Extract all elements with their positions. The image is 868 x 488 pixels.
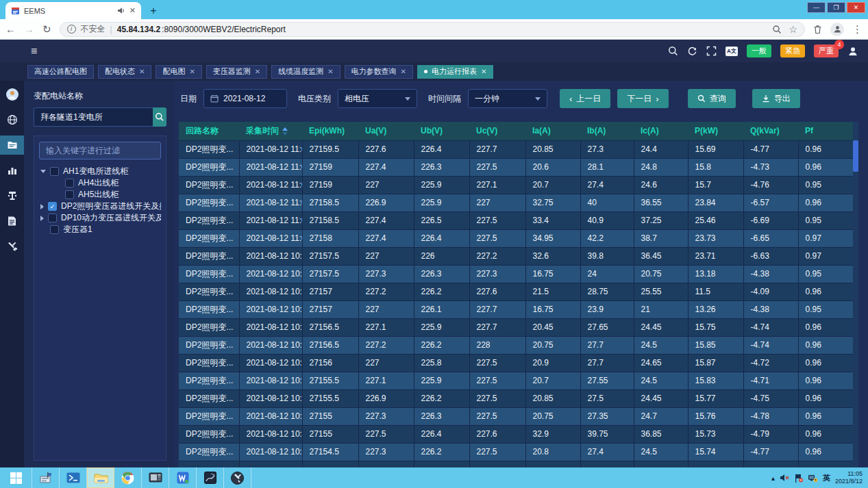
table-row[interactable]: DP2照明变...2021-08-12 10:5927157.522722622…: [179, 247, 853, 265]
tree-checkbox[interactable]: ✓: [48, 202, 57, 211]
previous-day-button[interactable]: ‹ 上一日: [560, 89, 610, 108]
powershell-icon[interactable]: [60, 467, 87, 488]
column-header[interactable]: P(kW): [688, 122, 743, 140]
vertical-scrollbar[interactable]: [853, 122, 858, 467]
file-explorer-icon[interactable]: [87, 467, 114, 488]
tab-close-icon[interactable]: ✕: [129, 6, 136, 15]
tab-close-icon[interactable]: ✕: [189, 68, 195, 75]
voltage-type-select[interactable]: 相电压: [338, 89, 417, 108]
alarm-badge-severe[interactable]: 严重 4: [814, 44, 839, 57]
hamburger-menu-icon[interactable]: ≡: [31, 45, 37, 57]
page-tab[interactable]: 线缆温度监测✕: [271, 65, 340, 79]
volume-muted-icon[interactable]: [780, 474, 789, 482]
tree-expand-icon[interactable]: [40, 204, 44, 209]
column-header[interactable]: Ib(A): [580, 122, 634, 140]
rail-report-icon[interactable]: [0, 136, 24, 155]
tree-filter-input[interactable]: [39, 142, 161, 159]
ime-language-badge[interactable]: 英: [823, 473, 830, 483]
table-row[interactable]: DP2照明变...2021-08-12 10:5027155227.3226.3…: [179, 407, 853, 425]
column-header[interactable]: 采集时间: [239, 122, 302, 140]
bookmark-star-icon[interactable]: ☆: [789, 25, 797, 34]
column-header[interactable]: Uc(V): [469, 122, 525, 140]
page-tab[interactable]: 电力参数查询✕: [345, 65, 413, 79]
back-icon[interactable]: ←: [5, 24, 16, 34]
table-row[interactable]: DP2照明变...2021-08-12 10:5827157.5227.3226…: [179, 265, 853, 283]
forward-icon[interactable]: →: [24, 24, 34, 34]
chrome-icon[interactable]: [114, 467, 142, 488]
wps-icon[interactable]: [169, 467, 197, 488]
tab-close-icon[interactable]: ✕: [481, 68, 486, 75]
table-row[interactable]: DP2照明变...2021-08-12 10:4827154.5227.3226…: [179, 443, 853, 461]
table-row[interactable]: DP2照明变...2021-08-12 10:5727157227.2226.2…: [179, 283, 853, 300]
tree-item[interactable]: AH5出线柜: [39, 189, 161, 201]
column-header[interactable]: Ub(V): [414, 122, 469, 140]
query-button[interactable]: 查询: [688, 89, 736, 108]
alarm-badge-urgent[interactable]: 紧急: [780, 44, 805, 57]
column-header[interactable]: 回路名称: [179, 122, 239, 140]
table-row[interactable]: DP2照明变...2021-08-12 10:5327156227225.822…: [179, 354, 853, 372]
refresh-icon[interactable]: [687, 46, 697, 56]
page-tab[interactable]: 变压器监测✕: [206, 65, 267, 79]
next-day-button[interactable]: 下一日 ›: [617, 89, 668, 108]
interval-select[interactable]: 一分钟: [468, 89, 547, 108]
table-row[interactable]: DP2照明变...2021-08-12 10:5127155.5226.9226…: [179, 389, 853, 407]
tab-close-icon[interactable]: ✕: [139, 68, 145, 75]
page-tab[interactable]: 高速公路配电图: [27, 65, 94, 79]
header-search-icon[interactable]: [668, 46, 678, 56]
tools-icon[interactable]: [0, 237, 24, 256]
column-header[interactable]: Q(kVar): [743, 122, 798, 140]
reload-icon[interactable]: ↻: [42, 24, 51, 34]
column-header[interactable]: Ua(V): [358, 122, 414, 140]
page-info-icon[interactable]: i: [67, 25, 76, 34]
tab-close-icon[interactable]: ✕: [327, 68, 333, 75]
document-icon[interactable]: [0, 211, 24, 231]
table-row[interactable]: DP2照明变...2021-08-12 10:4927155227.5226.4…: [179, 425, 853, 443]
new-tab-button[interactable]: +: [145, 3, 162, 19]
tab-audio-icon[interactable]: [117, 7, 125, 14]
minimize-button[interactable]: —: [807, 2, 826, 13]
table-row[interactable]: DP2照明变...2021-08-12 10:5527156.5227.1225…: [179, 318, 853, 336]
close-button[interactable]: ✕: [847, 2, 865, 13]
admin-tools-icon[interactable]: [224, 467, 251, 488]
table-row[interactable]: DP2照明变...2021-08-12 10:5427156.5227.2226…: [179, 336, 853, 354]
table-row[interactable]: DP2照明变...2021-08-12 11:0327159227225.922…: [179, 176, 853, 194]
table-row[interactable]: DP2照明变...2021-08-12 10:5227155.5227.1225…: [179, 372, 853, 389]
page-tab[interactable]: 配电状态✕: [98, 65, 151, 79]
network-icon[interactable]: [808, 474, 818, 483]
date-input[interactable]: 2021-08-12: [203, 89, 287, 108]
page-tab[interactable]: 配电图✕: [156, 65, 201, 79]
tree-checkbox[interactable]: [50, 225, 59, 234]
tree-expand-icon[interactable]: [40, 216, 44, 221]
user-icon[interactable]: [847, 46, 858, 57]
tree-expand-icon[interactable]: [40, 170, 46, 173]
table-row[interactable]: DP2照明变...2021-08-12 11:0127158.5227.4226…: [179, 211, 853, 229]
start-button[interactable]: [0, 467, 32, 488]
device-icon[interactable]: [0, 186, 24, 205]
tree-checkbox[interactable]: [65, 190, 74, 199]
maximize-button[interactable]: ❐: [827, 2, 845, 13]
alarm-badge-normal[interactable]: 一般: [747, 44, 771, 57]
action-center-flag-icon[interactable]: [794, 474, 803, 483]
tab-close-icon[interactable]: ✕: [401, 68, 406, 75]
globe-icon[interactable]: [0, 110, 24, 129]
address-bar[interactable]: i 不安全 | 45.84.134.2 :8090/3000WEBV2/Elec…: [60, 22, 805, 37]
page-tab[interactable]: 电力运行报表✕: [417, 65, 493, 79]
translate-icon[interactable]: A文: [726, 47, 738, 56]
tree-item[interactable]: DP10动力变压器进线开关及控制室: [39, 212, 161, 224]
table-row[interactable]: DP2照明变...2021-08-12 11:0427159227.4226.3…: [179, 158, 853, 176]
browser-profile-avatar[interactable]: [830, 23, 844, 36]
browser-tab[interactable]: EEMS ✕: [5, 2, 141, 19]
table-row[interactable]: DP2照明变...2021-08-12 11:0527159.5227.6226…: [179, 140, 853, 158]
server-manager-icon[interactable]: [32, 467, 60, 488]
column-header[interactable]: Ic(A): [634, 122, 688, 140]
column-header[interactable]: Epi(kWh): [302, 122, 358, 140]
tree-item[interactable]: AH1变电所进线柜: [39, 166, 161, 177]
table-row[interactable]: DP2照明变...2021-08-12 10:5627157227226.122…: [179, 300, 853, 318]
tree-item[interactable]: AH4出线柜: [39, 177, 161, 189]
tree-checkbox[interactable]: [65, 179, 74, 188]
station-search-input[interactable]: [34, 107, 153, 127]
fullscreen-icon[interactable]: [706, 46, 717, 56]
table-row[interactable]: DP2照明变...2021-08-12 11:0027158227.4226.4…: [179, 229, 853, 247]
scrollbar-thumb[interactable]: [853, 140, 858, 172]
curve-tool-icon[interactable]: [197, 467, 224, 488]
